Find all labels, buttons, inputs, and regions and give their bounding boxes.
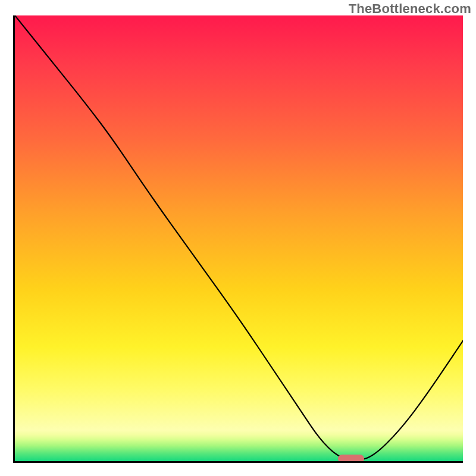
chart-container: TheBottleneck.com: [0, 0, 476, 476]
curve-svg: [15, 15, 463, 461]
plot-area: [15, 15, 463, 461]
bottleneck-curve-path: [15, 15, 463, 460]
watermark-text: TheBottleneck.com: [349, 1, 471, 17]
optimum-marker: [338, 455, 364, 462]
